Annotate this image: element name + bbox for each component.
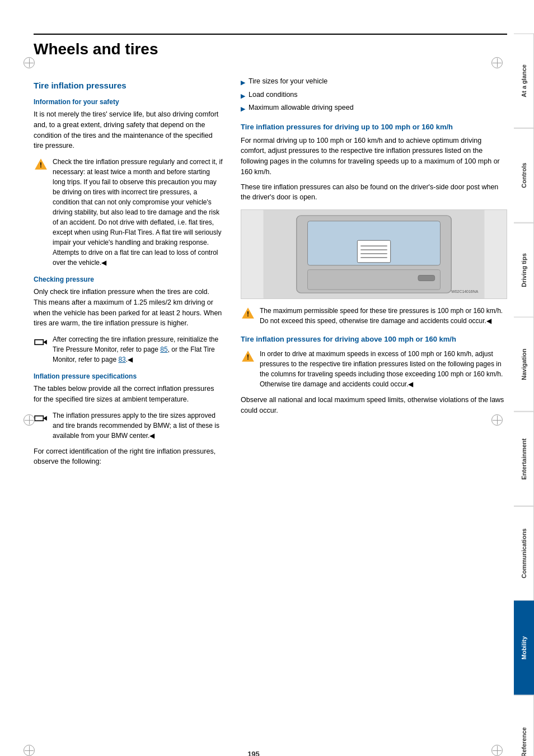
svg-rect-4	[35, 416, 43, 421]
note-icon-2	[34, 411, 48, 426]
tab-mobility[interactable]: Mobility	[514, 601, 534, 696]
tab-entertainment[interactable]: Entertainment	[514, 412, 534, 506]
page-title: Wheels and tires	[34, 34, 507, 58]
svg-text:!: !	[247, 310, 249, 318]
note-text-1: After correcting the tire inflation pres…	[53, 334, 224, 365]
subsection-checking-title: Checking pressure	[34, 276, 224, 283]
section-title-tire-inflation: Tire inflation pressures	[34, 81, 224, 90]
right-column: ▶ Tire sizes for your vehicle ▶ Load con…	[241, 72, 507, 472]
bullet-list: ▶ Tire sizes for your vehicle ▶ Load con…	[241, 76, 507, 114]
note-icon-1	[34, 335, 48, 349]
svg-marker-5	[43, 416, 47, 421]
safety-body: It is not merely the tires' service life…	[34, 109, 224, 151]
warning-text-3: In order to drive at maximum speeds in e…	[260, 349, 507, 389]
subsection-above100-title: Tire inflation pressures for driving abo…	[241, 335, 507, 343]
crosshair-top-right	[491, 57, 503, 68]
crosshair-mid-left	[24, 414, 35, 426]
main-content: Wheels and tires Tire inflation pressure…	[34, 34, 507, 494]
note-text-2: The inflation pressures apply to the tir…	[53, 410, 224, 441]
specs-body: The tables below provide all the correct…	[34, 384, 224, 405]
warning-box-2: ! The maximum permissible speed for thes…	[241, 306, 507, 326]
warning-icon-1: !	[34, 157, 48, 172]
side-navigation: At a glance Controls Driving tips Naviga…	[514, 34, 534, 756]
subsection-specs-title: Inflation pressure specifications	[34, 372, 224, 380]
svg-rect-11	[357, 240, 390, 263]
bullet-arrow-1: ▶	[241, 78, 245, 87]
page-container: At a glance Controls Driving tips Naviga…	[0, 34, 534, 756]
svg-rect-10	[418, 276, 435, 281]
list-item-2: ▶ Load conditions	[241, 90, 507, 101]
tab-driving-tips[interactable]: Driving tips	[514, 223, 534, 318]
tab-controls[interactable]: Controls	[514, 128, 534, 223]
note-box-1: After correcting the tire inflation pres…	[34, 334, 224, 365]
svg-text:W02C14016NA: W02C14016NA	[451, 290, 478, 293]
left-column: Tire inflation pressures Information for…	[34, 72, 224, 472]
list-item-3: ▶ Maximum allowable driving speed	[241, 102, 507, 114]
list-item-1: ▶ Tire sizes for your vehicle	[241, 76, 507, 87]
identify-body: For correct identification of the right …	[34, 446, 224, 468]
warning-text-1: Check the tire inflation pressure regula…	[53, 157, 224, 268]
subsection-100-body2: These tire inflation pressures can also …	[241, 182, 507, 203]
tab-reference[interactable]: Reference	[514, 695, 534, 756]
warning-icon-2: !	[241, 306, 255, 321]
crosshair-top-left	[24, 57, 35, 68]
tab-communications[interactable]: Communications	[514, 506, 534, 601]
subsection-safety-title: Information for your safety	[34, 98, 224, 106]
warning-icon-3: !	[241, 349, 255, 364]
warning-box-3: ! In order to drive at maximum speeds in…	[241, 349, 507, 389]
tab-navigation[interactable]: Navigation	[514, 317, 534, 412]
two-column-layout: Tire inflation pressures Information for…	[34, 72, 507, 472]
svg-rect-2	[35, 340, 43, 345]
warning-box-1: ! Check the tire inflation pressure regu…	[34, 157, 224, 268]
checking-body: Only check tire inflation pressure when …	[34, 287, 224, 329]
crosshair-mid-right	[491, 414, 503, 426]
bullet-arrow-2: ▶	[241, 91, 245, 101]
warning-text-2: The maximum permissible speed for these …	[260, 306, 507, 326]
tab-at-a-glance[interactable]: At a glance	[514, 34, 534, 128]
door-post-image: W02C14016NA	[241, 209, 507, 299]
subsection-100-title: Tire inflation pressures for driving up …	[241, 123, 507, 131]
subsection-100-body1: For normal driving up to 100 mph or 160 …	[241, 136, 507, 178]
bullet-arrow-3: ▶	[241, 104, 245, 114]
above100-body: Observe all national and local maximum s…	[241, 395, 507, 416]
svg-text:!: !	[40, 161, 42, 169]
page-number: 195	[0, 750, 507, 756]
page-footer: 195 Online Edition for Part no. 01 41 2 …	[0, 750, 507, 756]
svg-marker-3	[43, 340, 47, 345]
svg-text:!: !	[247, 353, 249, 361]
note-box-2: The inflation pressures apply to the tir…	[34, 410, 224, 441]
